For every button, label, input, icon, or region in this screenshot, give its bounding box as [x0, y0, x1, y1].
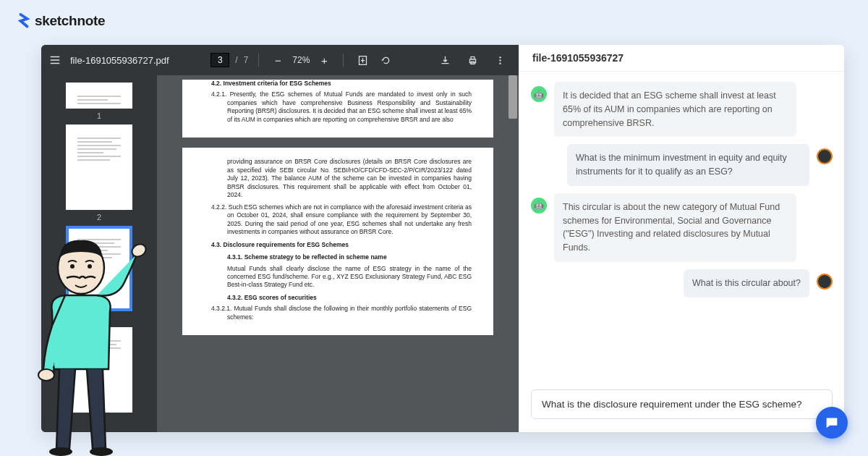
menu-icon[interactable]: [48, 54, 61, 67]
chat-message-bot: 🤖 This circular is about the new categor…: [531, 193, 796, 262]
app-container: file-1691055936727.pdf 3 / 7 − 72% +: [41, 45, 844, 432]
doc-heading: 4.2. Investment criteria for ESG Schemes: [211, 80, 472, 88]
doc-heading: 4.3. Disclosure requirements for ESG Sch…: [211, 241, 472, 249]
doc-subheading: 4.3.1. Scheme strategy to be reflected i…: [211, 253, 472, 261]
zoom-level[interactable]: 72%: [292, 55, 310, 65]
page-number-input[interactable]: 3: [210, 53, 229, 67]
pdf-filename: file-1691055936727.pdf: [70, 55, 169, 66]
doc-subheading: 4.3.2. ESG scores of securities: [211, 294, 472, 302]
svg-point-5: [499, 59, 501, 61]
brand-name: sketchnote: [35, 13, 105, 29]
svg-point-8: [70, 264, 75, 269]
fit-page-button[interactable]: [354, 51, 371, 69]
doc-paragraph: 4.3.2.1. Mutual Funds shall disclose the…: [211, 305, 472, 321]
doc-paragraph: Mutual Funds shall clearly disclose the …: [211, 265, 472, 290]
download-button[interactable]: [436, 51, 454, 69]
svg-point-6: [499, 62, 501, 64]
toolbar-divider: [258, 54, 259, 67]
chat-message-user: What is this circular about?: [684, 269, 833, 297]
help-chat-button[interactable]: [816, 407, 848, 439]
document-area[interactable]: 4.2. Investment criteria for ESG Schemes…: [157, 75, 519, 432]
print-button[interactable]: [464, 51, 481, 69]
message-text: What is the minimum investment in equity…: [567, 144, 809, 186]
message-text: What is this circular about?: [684, 269, 809, 297]
zoom-in-button[interactable]: +: [315, 51, 333, 69]
page-header: sketchnote: [0, 0, 868, 42]
thumbnail-label: 1: [97, 111, 101, 120]
svg-point-10: [38, 369, 54, 381]
thumbnail-item[interactable]: 1: [66, 83, 132, 120]
pdf-toolbar: file-1691055936727.pdf 3 / 7 − 72% +: [41, 45, 519, 75]
doc-paragraph: 4.2.1. Presently, the ESG schemes of Mut…: [211, 90, 472, 124]
chat-input-row: [519, 382, 844, 432]
scrollbar[interactable]: [509, 75, 517, 432]
thumbnail-page[interactable]: [66, 124, 132, 210]
bot-avatar-icon: 🤖: [531, 86, 547, 102]
svg-point-13: [90, 447, 113, 456]
message-text: This circular is about the new category …: [554, 193, 796, 262]
mascot-illustration: [9, 217, 153, 456]
thumbnail-item[interactable]: 2: [66, 124, 132, 221]
rotate-button[interactable]: [377, 51, 394, 69]
thumbnail-page[interactable]: [66, 83, 132, 109]
user-avatar-icon: [817, 148, 833, 164]
page-separator: /: [235, 55, 237, 65]
chat-message-user: What is the minimum investment in equity…: [567, 144, 833, 186]
svg-rect-2: [471, 56, 475, 59]
chat-message-bot: 🤖 It is decided that an ESG scheme shall…: [531, 82, 796, 137]
message-text: It is decided that an ESG scheme shall i…: [554, 82, 796, 137]
toolbar-right: [436, 51, 511, 69]
svg-point-11: [129, 242, 148, 259]
svg-point-4: [499, 56, 501, 58]
toolbar-center: 3 / 7 − 72% +: [210, 51, 394, 69]
chat-input[interactable]: [531, 389, 833, 419]
doc-paragraph: 4.2.2. Such ESG schemes which are not in…: [211, 203, 472, 237]
svg-point-12: [49, 447, 72, 456]
more-options-button[interactable]: [491, 51, 509, 69]
chat-panel: file-1691055936727 🤖 It is decided that …: [519, 45, 844, 432]
brand-logo-icon: [17, 13, 30, 29]
zoom-out-button[interactable]: −: [269, 51, 286, 69]
chat-messages[interactable]: 🤖 It is decided that an ESG scheme shall…: [519, 72, 844, 382]
document-page: 4.2. Investment criteria for ESG Schemes…: [182, 80, 493, 138]
user-avatar-icon: [817, 274, 833, 290]
total-pages: 7: [244, 55, 249, 65]
toolbar-divider: [343, 54, 344, 67]
doc-paragraph: providing assurance on BRSR Core disclos…: [211, 158, 472, 199]
document-page: providing assurance on BRSR Core disclos…: [182, 148, 493, 335]
svg-point-9: [88, 264, 92, 269]
chat-title: file-1691055936727: [519, 45, 844, 72]
bot-avatar-icon: 🤖: [531, 198, 547, 214]
scrollbar-thumb[interactable]: [509, 75, 517, 119]
